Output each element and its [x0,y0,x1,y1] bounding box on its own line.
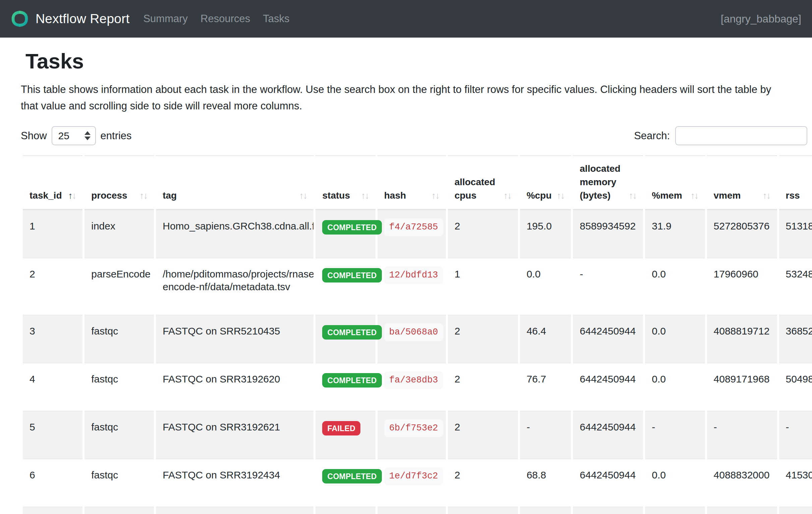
cell-status: COMPLETED [316,459,375,507]
cell-rss: 53248 [779,258,812,315]
navbar: Nextflow Report Summary Resources Tasks … [0,0,812,37]
sort-arrows-icon: ↑↓ [503,189,511,202]
run-name-badge: [angry_babbage] [721,13,801,25]
cell-pct_mem: 0.0 [645,315,705,363]
nav-item-summary[interactable]: Summary [137,9,194,28]
cell-hash: f4/a72585 [377,210,446,258]
cell-process: index [85,210,154,258]
page-length-value: 25 [58,130,69,142]
navbar-brand[interactable]: Nextflow Report [11,10,129,28]
cell-allocated_memory: - [573,258,643,315]
cell-allocated_cpus: 2 [448,315,518,363]
cell-status: COMPLETED [316,258,375,315]
column-header-allocated-cpus[interactable]: allocated cpus↑↓ [448,155,518,210]
cell-hash: fa/3e8db3 [377,363,446,411]
table-row: 1indexHomo_sapiens.GRCh38.cdna.all.fa.gz… [23,210,812,258]
search-label: Search: [634,130,670,142]
cell-hash: 1e/d7f3c2 [377,459,446,507]
cell-pct_cpu: 68.8 [520,459,571,507]
cell-allocated_cpus: 2 [448,363,518,411]
cell-status: COMPLETED [316,210,375,258]
cell-task_id: 2 [23,258,83,315]
status-badge: FAILED [322,421,360,435]
hash-code: f4/a72585 [384,218,443,236]
cell-hash: 5e/4886ef [377,507,446,514]
column-label: %mem [652,189,682,202]
cell-status: COMPLETED [316,315,375,363]
column-header-process[interactable]: process↑↓ [85,155,154,210]
cell-process: fastqc [85,315,154,363]
status-badge: COMPLETED [322,325,381,340]
cell-status: COMPLETED [316,507,375,514]
nav-item-tasks[interactable]: Tasks [257,9,296,28]
column-header-status[interactable]: status↑↓ [316,155,375,210]
table-row: 6fastqcFASTQC on SRR3192434COMPLETED1e/d… [23,459,812,507]
table-scroll-container[interactable]: task_id↑↓process↑↓tag↑↓status↑↓hash↑↓all… [21,155,812,514]
cell-tag: /home/pditommaso/projects/rnaseq- encode… [156,258,314,315]
table-controls: Show 25 entries Search: [21,126,807,145]
cell-vmem: 17960960 [707,258,777,315]
sort-arrows-icon: ↑↓ [556,189,564,202]
hash-code: ba/5068a0 [384,323,443,341]
column-header-vmem[interactable]: vmem↑↓ [707,155,777,210]
brand-title: Nextflow Report [35,11,129,26]
nav-item-resources[interactable]: Resources [194,9,257,28]
cell-allocated_memory: 6442450944 [573,411,643,459]
cell-allocated_memory: 6442450944 [573,363,643,411]
show-label: Show [21,130,47,142]
cell-tag: FASTQC on SRR5210435 [156,315,314,363]
cell-tag: FASTQC on SRR3192433 [156,507,314,514]
column-header-mem[interactable]: %mem↑↓ [645,155,705,210]
cell-status: COMPLETED [316,363,375,411]
cell-task_id: 4 [23,363,83,411]
table-row: 4fastqcFASTQC on SRR3192620COMPLETEDfa/3… [23,363,812,411]
cell-process: parseEncode [85,258,154,315]
cell-vmem: 4089171968 [707,363,777,411]
cell-pct_cpu: 70.2 [520,507,571,514]
column-label: %cpu [527,189,552,202]
table-row: 3fastqcFASTQC on SRR5210435COMPLETEDba/5… [23,315,812,363]
cell-tag: FASTQC on SRR3192620 [156,363,314,411]
column-header-allocated-memory-bytes[interactable]: allocated memory (bytes)↑↓ [573,155,643,210]
cell-rss: - [779,411,812,459]
cell-vmem: 4088819712 [707,315,777,363]
cell-allocated_memory: 8589934592 [573,210,643,258]
cell-task_id: 6 [23,459,83,507]
column-header-hash[interactable]: hash↑↓ [377,155,446,210]
cell-pct_mem: 0.0 [645,258,705,315]
cell-task_id: 3 [23,315,83,363]
intro-section: Tasks This table shows information about… [21,49,812,114]
table-row: 7fastqcFASTQC on SRR3192433COMPLETED5e/4… [23,507,812,514]
column-header-tag[interactable]: tag↑↓ [156,155,314,210]
column-label: allocated memory (bytes) [580,162,627,202]
column-header-task-id[interactable]: task_id↑↓ [23,155,83,210]
column-label: hash [384,189,406,202]
search-input[interactable] [675,126,807,145]
cell-allocated_cpus: 2 [448,459,518,507]
cell-allocated_cpus: 2 [448,210,518,258]
page-length-control: Show 25 entries [21,126,132,145]
status-badge: COMPLETED [322,469,381,484]
page-description: This table shows information about each … [21,81,782,114]
cell-process: fastqc [85,363,154,411]
cell-allocated_cpus: 2 [448,507,518,514]
sort-arrows-icon: ↑↓ [763,189,771,202]
column-header-rss[interactable]: rss↑↓ [779,155,812,210]
column-header-cpu[interactable]: %cpu↑↓ [520,155,571,210]
column-label: rss [786,189,800,202]
tasks-table: task_id↑↓process↑↓tag↑↓status↑↓hash↑↓all… [21,155,812,514]
nextflow-logo-icon [11,10,29,28]
cell-tag: FASTQC on SRR3192621 [156,411,314,459]
sort-arrows-icon: ↑↓ [691,189,698,202]
sort-arrows-icon: ↑↓ [299,189,307,202]
cell-allocated_memory: 6442450944 [573,459,643,507]
cell-allocated_cpus: 1 [448,258,518,315]
cell-process: fastqc [85,411,154,459]
cell-allocated_memory: 6442450944 [573,507,643,514]
cell-allocated_memory: 6442450944 [573,315,643,363]
page-length-select[interactable]: 25 [52,126,96,145]
cell-hash: 6b/f753e2 [377,411,446,459]
cell-rss: 51318 [779,210,812,258]
cell-hash: ba/5068a0 [377,315,446,363]
hash-code: 12/bdfd13 [384,266,443,284]
